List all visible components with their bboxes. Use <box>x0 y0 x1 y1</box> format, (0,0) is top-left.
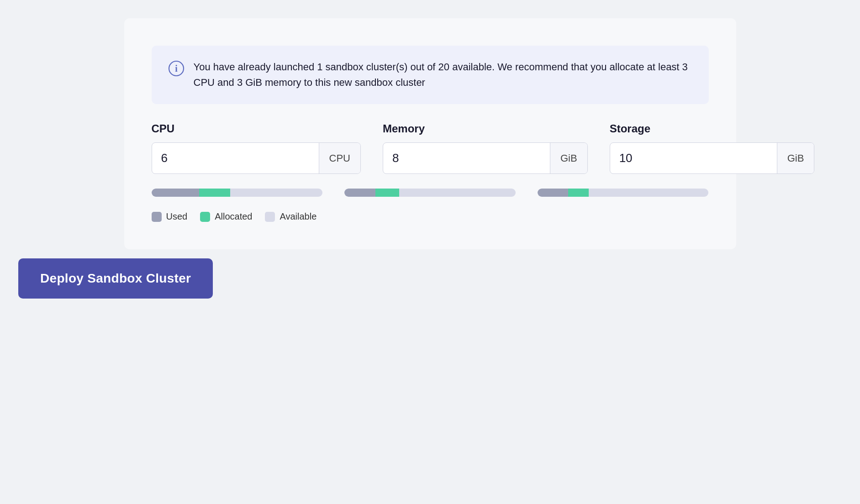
legend-available: Available <box>265 211 317 222</box>
cpu-progress-bar <box>152 189 323 197</box>
storage-progress-bar <box>538 189 709 197</box>
legend-allocated-dot <box>200 212 210 222</box>
cpu-input-row: CPU <box>152 142 361 174</box>
memory-progress-used <box>344 189 375 197</box>
resources-section: CPU CPU Memory GiB Storage GiB <box>152 122 709 222</box>
memory-label: Memory <box>383 122 588 135</box>
info-banner-text: You have already launched 1 sandbox clus… <box>194 59 692 90</box>
cpu-progress-used <box>152 189 200 197</box>
cpu-progress-allocated <box>199 189 230 197</box>
storage-unit: GiB <box>777 143 814 173</box>
memory-progress-bar <box>344 189 516 197</box>
legend-available-dot <box>265 212 275 222</box>
info-banner: i You have already launched 1 sandbox cl… <box>152 46 709 104</box>
legend-used-dot <box>152 212 162 222</box>
cpu-unit: CPU <box>319 143 360 173</box>
memory-progress-allocated <box>375 189 399 197</box>
storage-progress-allocated <box>568 189 589 197</box>
legend: Used Allocated Available <box>152 211 709 222</box>
storage-group: Storage GiB <box>610 122 815 174</box>
resource-inputs: CPU CPU Memory GiB Storage GiB <box>152 122 709 174</box>
cpu-input[interactable] <box>152 143 319 173</box>
memory-input-row: GiB <box>383 142 588 174</box>
main-card: i You have already launched 1 sandbox cl… <box>124 18 736 249</box>
info-icon: i <box>168 60 185 77</box>
svg-text:i: i <box>175 63 178 74</box>
storage-input-row: GiB <box>610 142 815 174</box>
legend-allocated: Allocated <box>200 211 252 222</box>
storage-label: Storage <box>610 122 815 135</box>
storage-progress-used <box>538 189 568 197</box>
memory-input[interactable] <box>383 143 550 173</box>
legend-available-label: Available <box>280 211 317 222</box>
memory-group: Memory GiB <box>383 122 588 174</box>
cpu-label: CPU <box>152 122 361 135</box>
storage-input[interactable] <box>610 143 777 173</box>
legend-used-label: Used <box>166 211 188 222</box>
deploy-sandbox-cluster-button[interactable]: Deploy Sandbox Cluster <box>18 258 213 299</box>
legend-used: Used <box>152 211 188 222</box>
memory-unit: GiB <box>550 143 587 173</box>
cpu-group: CPU CPU <box>152 122 361 174</box>
progress-bars <box>152 189 709 197</box>
legend-allocated-label: Allocated <box>215 211 252 222</box>
